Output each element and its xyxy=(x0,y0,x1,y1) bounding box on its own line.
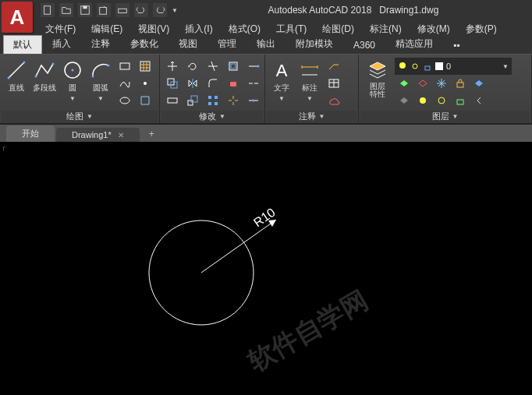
ribbon-tabs: 默认 插入 注释 参数化 视图 管理 输出 附加模块 A360 精选应用 ▪▪ xyxy=(0,37,532,55)
rotate-icon[interactable] xyxy=(183,58,202,75)
doc-tab-start[interactable]: 开始 xyxy=(6,125,55,142)
tab-more[interactable]: ▪▪ xyxy=(443,37,470,54)
table-icon[interactable] xyxy=(325,75,343,92)
polyline-button[interactable]: 多段线 xyxy=(31,58,58,95)
leader-icon[interactable] xyxy=(325,58,343,75)
line-button[interactable]: 直线 xyxy=(3,58,30,95)
save-icon[interactable] xyxy=(78,3,92,17)
layer-properties-button[interactable]: 图层 特性 xyxy=(362,58,393,100)
circle-icon xyxy=(62,59,83,81)
new-tab-button[interactable]: + xyxy=(141,126,162,142)
svg-point-39 xyxy=(438,97,445,104)
svg-rect-14 xyxy=(120,63,129,69)
hatch-icon[interactable] xyxy=(136,58,154,75)
tab-view[interactable]: 视图 xyxy=(168,34,207,54)
layer-freeze-icon[interactable] xyxy=(432,75,451,92)
layer-on-icon[interactable] xyxy=(413,92,432,109)
redo-icon[interactable] xyxy=(153,3,167,17)
svg-rect-4 xyxy=(119,9,127,12)
stretch-icon[interactable] xyxy=(163,92,182,109)
cloud-icon[interactable] xyxy=(325,92,343,109)
close-icon[interactable]: ✕ xyxy=(118,131,124,139)
svg-point-15 xyxy=(120,97,129,104)
tab-default[interactable]: 默认 xyxy=(3,35,42,54)
svg-point-12 xyxy=(92,76,94,78)
dim-button[interactable]: 标注 ▼ xyxy=(296,58,323,104)
tab-annotate[interactable]: 注释 xyxy=(81,34,120,54)
drawing: R10 xyxy=(0,142,532,395)
text-button[interactable]: A 文字 ▼ xyxy=(268,58,295,104)
drawing-canvas[interactable]: ┌ 软件自学网 R10 xyxy=(0,142,532,395)
app-badge[interactable]: A xyxy=(2,2,33,33)
dim-text: R10 xyxy=(251,206,278,230)
panel-title-modify[interactable]: 修改 ▼ xyxy=(161,111,263,122)
arc-button[interactable]: 圆弧 ▼ xyxy=(87,58,114,104)
tab-a360[interactable]: A360 xyxy=(343,37,385,54)
svg-point-17 xyxy=(144,82,147,85)
trim-icon[interactable] xyxy=(204,58,222,75)
panel-title-annotate[interactable]: 注释 ▼ xyxy=(267,111,356,122)
panel-title-layers[interactable]: 图层 ▼ xyxy=(360,111,530,122)
tab-express[interactable]: 精选应用 xyxy=(385,34,443,54)
spline-icon[interactable] xyxy=(115,75,134,92)
break-icon[interactable] xyxy=(244,75,263,92)
tab-addins[interactable]: 附加模块 xyxy=(286,34,343,54)
svg-rect-22 xyxy=(191,96,197,102)
mirror-icon[interactable] xyxy=(183,75,202,92)
doc-tabs: 开始 Drawing1* ✕ + xyxy=(0,125,532,142)
svg-point-6 xyxy=(8,77,10,79)
explode-icon[interactable] xyxy=(224,92,243,109)
svg-point-8 xyxy=(35,76,37,78)
title-bar: ▼ Autodesk AutoCAD 2018 Drawing1.dwg xyxy=(0,0,532,20)
layer-iso-icon[interactable] xyxy=(395,75,413,92)
dim-label: 标注 xyxy=(302,83,317,93)
lengthen-icon[interactable] xyxy=(244,58,263,75)
tab-parametric[interactable]: 参数化 xyxy=(120,34,168,54)
array-icon[interactable] xyxy=(204,92,222,109)
qat-more-icon[interactable]: ▼ xyxy=(172,7,178,14)
point-icon[interactable] xyxy=(136,75,154,92)
copy-icon[interactable] xyxy=(163,75,182,92)
join-icon[interactable] xyxy=(244,92,263,109)
circle-button[interactable]: 圆 ▼ xyxy=(59,58,86,104)
new-icon[interactable] xyxy=(41,3,55,17)
layer-uniso-icon[interactable] xyxy=(395,92,413,109)
svg-rect-25 xyxy=(208,102,211,105)
tab-insert[interactable]: 插入 xyxy=(42,34,81,54)
panel-title-draw[interactable]: 绘图 ▼ xyxy=(2,111,158,122)
panel-draw: 直线 多段线 圆 ▼ 圆弧 ▼ xyxy=(0,55,160,123)
offset-icon[interactable] xyxy=(224,58,243,75)
arc-label: 圆弧 xyxy=(93,83,108,93)
svg-rect-23 xyxy=(208,96,211,99)
move-icon[interactable] xyxy=(163,58,182,75)
panel-annotate: A 文字 ▼ 标注 ▼ 注释 ▼ xyxy=(265,55,359,123)
ellipse-icon[interactable] xyxy=(115,92,134,109)
current-layer-name: 0 xyxy=(446,62,451,71)
undo-icon[interactable] xyxy=(134,3,148,17)
layer-lock-icon[interactable] xyxy=(451,75,470,92)
erase-icon[interactable] xyxy=(224,75,243,92)
svg-point-35 xyxy=(413,64,417,69)
svg-rect-0 xyxy=(44,6,51,15)
saveas-icon[interactable] xyxy=(97,3,111,17)
plot-icon[interactable] xyxy=(115,3,129,17)
open-icon[interactable] xyxy=(59,3,73,17)
layer-prev-icon[interactable] xyxy=(470,92,488,109)
layer-selector[interactable]: 0 ▼ xyxy=(395,58,512,75)
scale-icon[interactable] xyxy=(183,92,202,109)
polyline-label: 多段线 xyxy=(33,83,56,93)
layer-off-icon[interactable] xyxy=(413,75,432,92)
layer-unlock-icon[interactable] xyxy=(451,92,470,109)
layer-prop-label: 图层 特性 xyxy=(370,83,385,98)
layer-match-icon[interactable] xyxy=(470,75,488,92)
rect-icon[interactable] xyxy=(115,58,134,75)
svg-point-9 xyxy=(52,63,55,65)
tab-manage[interactable]: 管理 xyxy=(207,34,246,54)
doc-tab-current[interactable]: Drawing1* ✕ xyxy=(56,128,140,142)
menu-param[interactable]: 参数(P) xyxy=(459,21,503,37)
region-icon[interactable] xyxy=(136,92,154,109)
tab-output[interactable]: 输出 xyxy=(246,34,286,54)
svg-rect-26 xyxy=(215,102,218,105)
layer-thaw-icon[interactable] xyxy=(432,92,451,109)
fillet-icon[interactable] xyxy=(204,75,222,92)
